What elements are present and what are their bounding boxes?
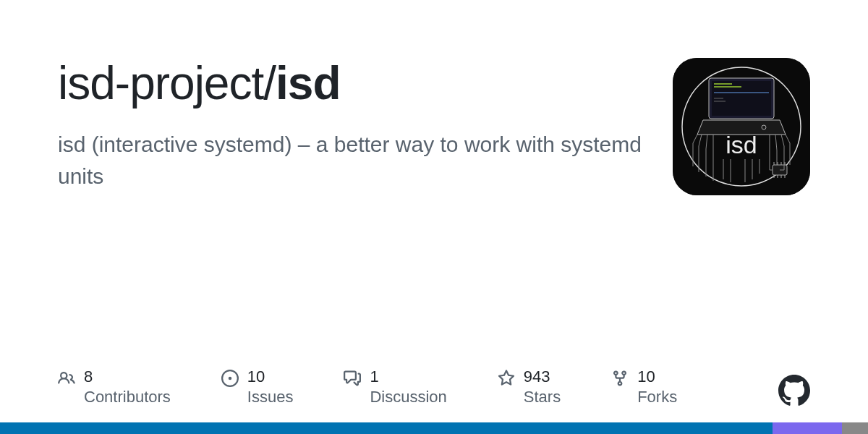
- forks-label: Forks: [637, 387, 677, 408]
- issues-count: 10: [247, 368, 294, 386]
- repo-stats: 8 Contributors 10 Issues 1 Discussion 94…: [58, 368, 810, 408]
- stars-label: Stars: [524, 387, 561, 408]
- discussions-stat[interactable]: 1 Discussion: [344, 368, 446, 408]
- contributors-stat[interactable]: 8 Contributors: [58, 368, 171, 408]
- language-segment-1: [0, 422, 773, 434]
- language-bar: [0, 422, 868, 434]
- forks-stat[interactable]: 10 Forks: [611, 368, 677, 408]
- discussions-label: Discussion: [370, 387, 446, 408]
- discussions-count: 1: [370, 368, 446, 386]
- language-segment-2: [773, 422, 842, 434]
- people-icon: [58, 370, 75, 387]
- repo-owner: isd-project: [58, 57, 263, 109]
- repo-name: isd: [276, 57, 340, 109]
- forks-count: 10: [637, 368, 677, 386]
- repo-separator: /: [263, 57, 276, 109]
- stars-count: 943: [524, 368, 561, 386]
- stars-stat[interactable]: 943 Stars: [498, 368, 561, 408]
- discussion-icon: [344, 370, 361, 387]
- contributors-count: 8: [84, 368, 171, 386]
- contributors-label: Contributors: [84, 387, 171, 408]
- svg-text:isd: isd: [726, 131, 757, 158]
- star-icon: [498, 370, 515, 387]
- fork-icon: [611, 370, 629, 387]
- repo-description: isd (interactive systemd) – a better way…: [58, 129, 651, 192]
- isd-logo-graphic: isd: [673, 58, 810, 195]
- issue-icon: [221, 370, 239, 387]
- language-segment-3: [842, 422, 868, 434]
- repo-title[interactable]: isd-project/isd: [58, 58, 651, 109]
- repo-logo: isd: [673, 58, 810, 195]
- issues-stat[interactable]: 10 Issues: [221, 368, 294, 408]
- issues-label: Issues: [247, 387, 294, 408]
- github-mark-icon[interactable]: [778, 375, 810, 407]
